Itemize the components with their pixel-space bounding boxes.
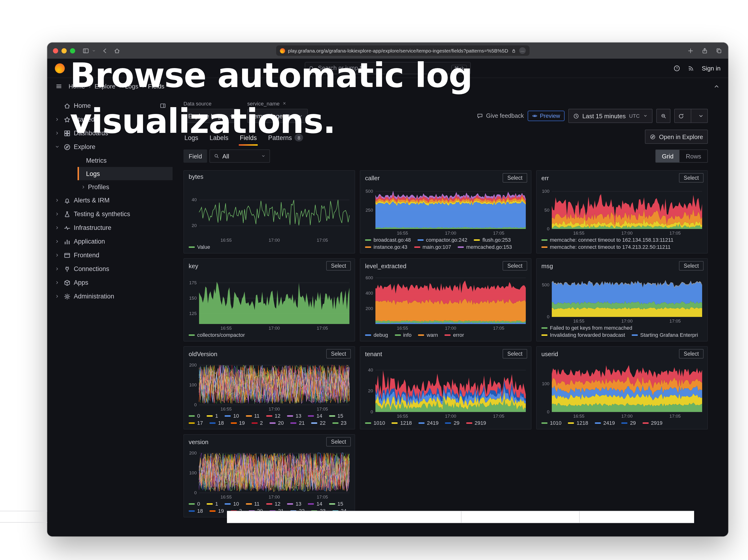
close-window-button[interactable] xyxy=(53,48,58,53)
sidebar-item-administration[interactable]: Administration xyxy=(47,289,172,303)
legend-item[interactable]: 29 xyxy=(622,420,636,426)
chevron-right-icon[interactable] xyxy=(53,294,62,299)
chart-tenant[interactable]: 0204016:5517:0017:05 xyxy=(362,360,528,419)
legend-item[interactable]: 0 xyxy=(189,413,200,419)
legend-item[interactable]: 11 xyxy=(246,413,260,419)
legend-item[interactable]: 19 xyxy=(210,508,224,514)
legend-item[interactable]: 2919 xyxy=(642,420,662,426)
view-option-rows[interactable]: Rows xyxy=(680,150,707,162)
help-icon[interactable]: ? xyxy=(674,65,681,72)
legend-item[interactable]: 18 xyxy=(189,508,203,514)
select-button[interactable]: Select xyxy=(326,349,351,358)
sidebar-item-metrics[interactable]: Metrics xyxy=(77,154,172,167)
select-button[interactable]: Select xyxy=(502,173,527,183)
sidebar-item-apps[interactable]: Apps xyxy=(47,276,172,289)
legend-item[interactable]: 1218 xyxy=(392,420,412,426)
legend-item[interactable]: 12 xyxy=(266,501,281,507)
legend-item[interactable]: 15 xyxy=(329,413,343,419)
grafana-logo[interactable] xyxy=(55,63,65,73)
legend-item[interactable]: 22 xyxy=(311,420,326,426)
select-button[interactable]: Select xyxy=(679,349,704,358)
legend-item[interactable]: 20 xyxy=(270,420,284,426)
legend-item[interactable]: Invalidating forwarded broadcast xyxy=(541,332,625,338)
chevron-right-icon[interactable] xyxy=(53,117,62,122)
sidebar-item-application[interactable]: Application xyxy=(47,235,172,248)
open-in-explore-button[interactable]: Open in Explore xyxy=(645,130,708,144)
legend-item[interactable]: main.go:107 xyxy=(414,244,451,250)
legend-item[interactable]: 15 xyxy=(329,501,343,507)
legend-item[interactable]: 1010 xyxy=(541,420,561,426)
time-range-picker[interactable]: Last 15 minutes UTC xyxy=(568,109,653,123)
legend-item[interactable]: 23 xyxy=(332,420,347,426)
chart-version[interactable]: 010020016:5517:0017:05 xyxy=(186,448,352,500)
legend-item[interactable]: 13 xyxy=(287,501,301,507)
sidebar-item-infrastructure[interactable]: Infrastructure xyxy=(47,221,172,235)
legend-item[interactable]: 2 xyxy=(252,420,263,426)
news-icon[interactable] xyxy=(688,65,695,72)
chart-err[interactable]: 05010016:5517:0017:05 xyxy=(539,184,704,236)
legend-item[interactable]: 13 xyxy=(287,413,301,419)
legend-item[interactable]: debug xyxy=(365,332,388,338)
chevron-right-icon[interactable] xyxy=(53,131,62,136)
legend-item[interactable]: 11 xyxy=(246,501,260,507)
legend-item[interactable]: 1218 xyxy=(568,420,588,426)
legend-item[interactable]: 2919 xyxy=(466,420,486,426)
sidebar-item-profiles[interactable]: Profiles xyxy=(77,180,172,193)
chevron-right-icon[interactable] xyxy=(53,198,62,203)
legend-item[interactable]: warn xyxy=(418,332,438,338)
chevron-right-icon[interactable] xyxy=(53,280,62,285)
chart-level-extracted[interactable]: 20040060016:5517:0017:05 xyxy=(362,273,528,331)
select-button[interactable]: Select xyxy=(326,437,351,446)
legend-item[interactable]: 1 xyxy=(207,501,218,507)
collapse-header-icon[interactable] xyxy=(713,83,720,90)
legend-item[interactable]: Starting Grafana Enterpri xyxy=(632,332,698,338)
legend-item[interactable]: 12 xyxy=(266,413,281,419)
chevron-right-icon[interactable] xyxy=(80,184,87,189)
select-button[interactable]: Select xyxy=(326,261,351,271)
select-button[interactable]: Select xyxy=(679,261,704,271)
select-button[interactable]: Select xyxy=(502,261,527,271)
sidebar-item-alerts-irm[interactable]: Alerts & IRM xyxy=(47,193,172,207)
chevron-down-icon[interactable] xyxy=(92,48,96,53)
chevron-down-icon[interactable] xyxy=(53,144,62,149)
legend-item[interactable]: Value xyxy=(189,244,210,250)
legend-item[interactable]: 10 xyxy=(225,501,239,507)
legend-item[interactable]: flush.go:253 xyxy=(474,237,511,243)
sidebar-item-frontend[interactable]: Frontend xyxy=(47,248,172,262)
sidebar-item-logs[interactable]: Logs xyxy=(77,167,172,180)
chevron-right-icon[interactable] xyxy=(53,239,62,244)
legend-item[interactable]: 21 xyxy=(290,420,305,426)
chart-userid[interactable]: 010016:5517:0017:05 xyxy=(539,360,704,419)
legend-item[interactable]: 14 xyxy=(308,501,323,507)
legend-item[interactable]: 14 xyxy=(308,413,323,419)
legend-item[interactable]: 0 xyxy=(189,501,200,507)
legend-item[interactable]: 19 xyxy=(231,420,245,426)
view-option-grid[interactable]: Grid xyxy=(656,150,680,162)
legend-item[interactable]: 2419 xyxy=(418,420,439,426)
sidebar-item-testing-synthetics[interactable]: Testing & synthetics xyxy=(47,207,172,221)
refresh-button[interactable] xyxy=(674,109,708,123)
hamburger-menu-icon[interactable] xyxy=(55,83,63,90)
legend-item[interactable]: 17 xyxy=(189,420,203,426)
legend-item[interactable]: info xyxy=(395,332,412,338)
legend-item[interactable]: broadcast.go:48 xyxy=(365,237,411,243)
legend-item[interactable]: 1 xyxy=(207,413,218,419)
legend-item[interactable]: memcache: connect timeout to 162.134.158… xyxy=(541,237,674,243)
chart-bytes[interactable]: 204016:5517:0017:05 xyxy=(186,182,352,243)
legend-item[interactable]: memcached.go:153 xyxy=(458,244,512,250)
minimize-window-button[interactable] xyxy=(62,48,67,53)
legend-item[interactable]: 2419 xyxy=(595,420,615,426)
legend-item[interactable]: 29 xyxy=(445,420,460,426)
legend-item[interactable]: collectors/compactor xyxy=(189,332,245,338)
chevron-right-icon[interactable] xyxy=(53,211,62,217)
zoom-window-button[interactable] xyxy=(70,48,75,53)
chevron-down-icon[interactable] xyxy=(698,113,704,119)
more-icon[interactable]: … xyxy=(519,47,526,54)
zoom-out-time-button[interactable] xyxy=(656,109,671,123)
sign-in-button[interactable]: Sign in xyxy=(702,65,721,72)
give-feedback-link[interactable]: Give feedback xyxy=(476,113,524,119)
tabs-icon[interactable] xyxy=(716,47,722,54)
legend-item[interactable]: error xyxy=(444,332,464,338)
legend-item[interactable]: memcache: connect timeout to 174.213.22.… xyxy=(541,244,671,250)
chart-msg[interactable]: 050016:5517:0017:05 xyxy=(539,273,704,324)
